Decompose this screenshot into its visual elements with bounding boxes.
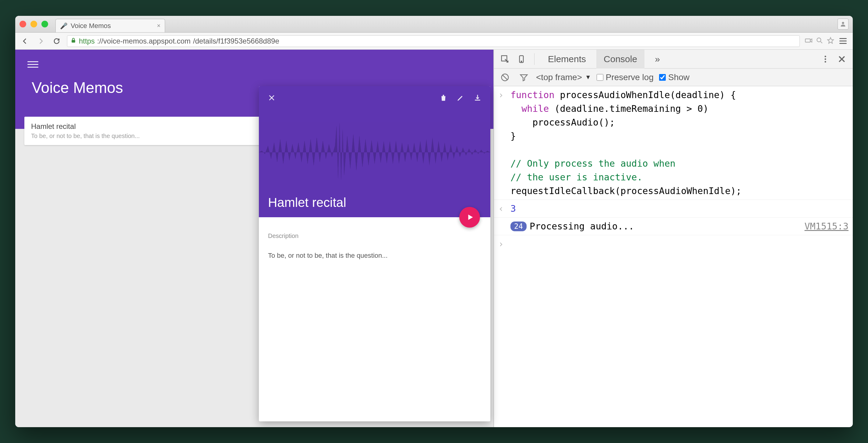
play-button[interactable] bbox=[459, 207, 480, 228]
edit-button[interactable] bbox=[455, 92, 466, 103]
devtools-menu-button[interactable] bbox=[819, 52, 832, 66]
inspect-icon[interactable] bbox=[498, 52, 512, 66]
svg-point-9 bbox=[825, 61, 826, 62]
log-message: Processing audio... bbox=[530, 219, 634, 233]
devtools-pane: Elements Console » <top frame> ▼ Preserv… bbox=[493, 50, 853, 427]
console-toolbar: <top frame> ▼ Preserve log Show bbox=[494, 68, 853, 86]
tab-title: Voice Memos bbox=[71, 22, 111, 30]
forward-button[interactable] bbox=[35, 36, 46, 47]
lock-icon bbox=[70, 37, 76, 46]
description-text: To be, or not to be, that is the questio… bbox=[268, 252, 481, 260]
device-icon[interactable] bbox=[515, 52, 528, 66]
return-value: 3 bbox=[510, 203, 516, 214]
close-window-button[interactable] bbox=[20, 21, 26, 27]
svg-point-0 bbox=[842, 22, 844, 24]
maximize-window-button[interactable] bbox=[41, 21, 48, 27]
url-scheme: https bbox=[79, 37, 95, 46]
person-icon bbox=[840, 21, 846, 27]
log-source-link[interactable]: VM1515:3 bbox=[799, 219, 849, 233]
svg-point-3 bbox=[817, 38, 821, 42]
star-icon[interactable] bbox=[827, 36, 835, 46]
console-input[interactable] bbox=[510, 237, 848, 251]
chevron-down-icon: ▼ bbox=[585, 74, 591, 81]
window-controls bbox=[20, 21, 48, 27]
tab-strip: 🎤 Voice Memos × bbox=[15, 16, 853, 33]
svg-point-8 bbox=[825, 58, 826, 60]
svg-point-7 bbox=[825, 55, 826, 57]
svg-rect-1 bbox=[71, 40, 75, 42]
content-area: Voice Memos Hamlet recital To be, or not… bbox=[15, 50, 853, 427]
close-detail-button[interactable] bbox=[266, 92, 277, 103]
detail-body: Description To be, or not to be, that is… bbox=[259, 217, 490, 269]
devtools-tab-bar: Elements Console » bbox=[494, 50, 853, 68]
profile-button[interactable] bbox=[838, 19, 848, 30]
menu-button[interactable] bbox=[838, 36, 848, 47]
filter-icon[interactable] bbox=[517, 71, 531, 84]
address-bar: https://voice-memos.appspot.com/details/… bbox=[15, 33, 853, 50]
console-output[interactable]: › function processAudioWhenIdle(deadline… bbox=[494, 86, 853, 427]
delete-button[interactable] bbox=[438, 92, 449, 103]
svg-rect-2 bbox=[805, 39, 810, 42]
download-button[interactable] bbox=[472, 92, 483, 103]
show-checkbox[interactable]: Show bbox=[659, 72, 689, 82]
detail-title: Hamlet recital bbox=[259, 195, 490, 217]
browser-window: 🎤 Voice Memos × https://voice-memos.apps… bbox=[15, 16, 853, 427]
description-label: Description bbox=[268, 233, 481, 239]
camera-icon[interactable] bbox=[805, 36, 812, 46]
frame-selector[interactable]: <top frame> ▼ bbox=[536, 72, 591, 82]
back-button[interactable] bbox=[20, 36, 30, 47]
microphone-icon: 🎤 bbox=[60, 22, 68, 30]
detail-hero: Hamlet recital bbox=[259, 86, 490, 217]
tab-more[interactable]: » bbox=[648, 50, 667, 68]
close-devtools-button[interactable] bbox=[835, 52, 848, 66]
tab-elements[interactable]: Elements bbox=[540, 50, 593, 68]
close-tab-button[interactable]: × bbox=[157, 22, 160, 29]
svg-point-6 bbox=[521, 61, 522, 62]
search-icon[interactable] bbox=[816, 36, 824, 46]
waveform bbox=[259, 109, 490, 195]
reload-button[interactable] bbox=[51, 36, 62, 47]
url-host: ://voice-memos.appspot.com bbox=[97, 37, 191, 46]
url-path: /details/f1f3953e5668d89e bbox=[193, 37, 279, 46]
minimize-window-button[interactable] bbox=[30, 21, 37, 27]
preserve-log-checkbox[interactable]: Preserve log bbox=[597, 72, 654, 82]
clear-console-button[interactable] bbox=[498, 71, 512, 84]
browser-tab[interactable]: 🎤 Voice Memos × bbox=[56, 19, 165, 32]
app-menu-button[interactable] bbox=[27, 59, 38, 70]
log-count-badge: 24 bbox=[510, 222, 527, 231]
tab-console[interactable]: Console bbox=[596, 50, 645, 68]
memo-detail-card: Hamlet recital Description To be, or not… bbox=[259, 86, 490, 421]
url-input[interactable]: https://voice-memos.appspot.com/details/… bbox=[67, 35, 800, 47]
app-pane: Voice Memos Hamlet recital To be, or not… bbox=[15, 50, 493, 427]
